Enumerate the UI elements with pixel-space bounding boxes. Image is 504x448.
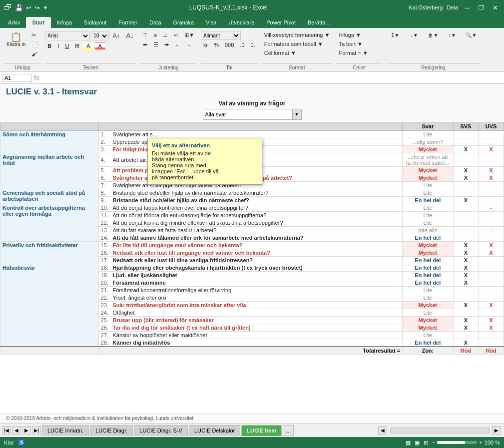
uvs-cell bbox=[479, 153, 504, 167]
paste-icon: 📋 bbox=[10, 32, 21, 41]
tab-formler[interactable]: Formler bbox=[112, 17, 143, 28]
sheet-tab-lucie-delskalor[interactable]: LUCIE Delskalor bbox=[189, 425, 240, 436]
decimal-increase-button[interactable]: .0 bbox=[237, 41, 247, 49]
view-normal-button[interactable]: ▦ bbox=[406, 440, 411, 446]
format-cells-button[interactable]: Format ~ ▼ bbox=[336, 49, 370, 57]
delete-cells-button[interactable]: Ta bort ▼ bbox=[336, 40, 365, 48]
clear-button[interactable]: 🗑▼ bbox=[424, 31, 442, 39]
svar-cell: Lite bbox=[403, 189, 453, 197]
tab-arkiv[interactable]: Arkiv bbox=[2, 17, 26, 28]
underline-button[interactable]: U bbox=[62, 42, 71, 50]
cell-reference-box[interactable] bbox=[2, 74, 32, 82]
currency-button[interactable]: kr bbox=[201, 41, 210, 49]
tab-visa[interactable]: Visa bbox=[200, 17, 222, 28]
question-text: Hjärtklappning eller obehagskänsla i hjä… bbox=[113, 265, 303, 271]
thousands-button[interactable]: 000 bbox=[222, 41, 236, 49]
sheet-nav-next[interactable]: ▶ bbox=[22, 426, 31, 435]
scroll-left-button[interactable]: ◀ bbox=[378, 426, 387, 435]
format-as-table-button[interactable]: Formatera som tabell ▼ bbox=[262, 40, 326, 48]
align-left-button[interactable]: ⬅ bbox=[140, 40, 150, 49]
sort-filter-button[interactable]: ↕▼ bbox=[443, 31, 461, 39]
align-right-button[interactable]: ➡ bbox=[162, 40, 171, 49]
tab-start[interactable]: Start bbox=[26, 17, 50, 28]
merge-button[interactable]: ⊞▼ bbox=[182, 31, 197, 39]
font-color-button[interactable]: A bbox=[95, 42, 105, 50]
sheet-tabs-bar: |◀ ◀ ▶ ▶| LUCIE Inmatn. LUCIE Diagr. LUC… bbox=[0, 423, 504, 437]
tab-beratta[interactable]: Berätta ... bbox=[302, 17, 338, 28]
copy-button[interactable]: 📄 bbox=[29, 40, 41, 49]
scroll-right-button[interactable]: ▶ bbox=[492, 426, 501, 435]
sum-button[interactable]: Σ▼ bbox=[386, 31, 404, 39]
view-pagebreak-button[interactable]: ⊞ bbox=[424, 440, 428, 446]
view-layout-button[interactable]: ▣ bbox=[415, 440, 420, 446]
sheet-nav-prev[interactable]: ◀ bbox=[12, 426, 21, 435]
cut-button[interactable]: ✂ bbox=[29, 31, 41, 39]
bold-button[interactable]: B bbox=[45, 42, 54, 50]
horizontal-scrollbar[interactable] bbox=[390, 428, 490, 434]
svs-cell: X bbox=[453, 242, 479, 249]
quick-access-redo[interactable]: ↪ bbox=[34, 4, 40, 11]
zoom-increase-button[interactable]: + bbox=[479, 440, 482, 446]
tab-data[interactable]: Data bbox=[143, 17, 167, 28]
tab-infoga[interactable]: Infoga bbox=[51, 17, 78, 28]
increase-font-button[interactable]: A↑ bbox=[110, 31, 122, 40]
border-button[interactable]: ⊞ bbox=[72, 41, 82, 50]
align-center-button[interactable]: ☰ bbox=[151, 40, 161, 49]
tab-utvecklare[interactable]: Utvecklare bbox=[222, 17, 260, 28]
sheet-nav-first[interactable]: |◀ bbox=[2, 426, 11, 435]
uvs-cell: - bbox=[479, 227, 504, 234]
paste-button[interactable]: 📋 Klistra in bbox=[4, 31, 28, 48]
col-svs: SVS bbox=[453, 122, 479, 131]
wrap-text-button[interactable]: ↵ bbox=[171, 31, 181, 39]
selection-dropdown[interactable]: Alla svar bbox=[203, 109, 293, 120]
svs-cell: X bbox=[453, 167, 479, 174]
decrease-font-button[interactable]: A↓ bbox=[124, 31, 136, 40]
sheet-more-button[interactable]: … bbox=[283, 425, 294, 436]
zoom-decrease-button[interactable]: − bbox=[432, 440, 435, 446]
svs-cell bbox=[453, 332, 479, 339]
align-bottom-button[interactable]: ⊥ bbox=[160, 31, 170, 39]
sheet-nav-last[interactable]: ▶| bbox=[32, 426, 41, 435]
total-label-cell: Totalresultat = bbox=[98, 347, 403, 355]
share-button[interactable]: Dela bbox=[447, 4, 458, 10]
format-painter-button[interactable]: 🖌 bbox=[29, 50, 41, 58]
sheet-tab-lucie-diagr[interactable]: LUCIE Diagr. bbox=[90, 425, 133, 436]
indent-decrease-button[interactable]: ← bbox=[172, 41, 183, 49]
question-cell: 1. Svårigheter att s... bbox=[98, 131, 403, 138]
tab-power-pivot[interactable]: Power Pivot bbox=[260, 17, 302, 28]
dropdown-arrow[interactable]: ▼ bbox=[293, 109, 302, 120]
minimize-button[interactable]: ─ bbox=[462, 2, 472, 12]
find-select-button[interactable]: 🔍▼ bbox=[462, 31, 480, 39]
conditional-formatting-button[interactable]: Villkorsstyrd formatering ▼ bbox=[262, 31, 333, 39]
font-selector[interactable]: Arial bbox=[45, 31, 90, 40]
fill-color-button[interactable]: A bbox=[83, 42, 93, 50]
close-button[interactable]: ✕ bbox=[490, 2, 500, 12]
svs-cell bbox=[453, 138, 479, 146]
sheet-tab-lucie-diagr-sv[interactable]: LUCIE Diagr. S-V bbox=[134, 425, 188, 436]
indent-increase-button[interactable]: → bbox=[184, 41, 194, 49]
quick-access-more[interactable]: ▼ bbox=[43, 5, 48, 10]
user-name: Kai Österberg bbox=[409, 4, 443, 10]
cell-styles-button[interactable]: Cellformat ▼ bbox=[262, 49, 299, 57]
percent-button[interactable]: % bbox=[211, 41, 221, 49]
restore-button[interactable]: ❐ bbox=[476, 2, 486, 12]
sheet-tab-lucie-item[interactable]: LUCIE Item bbox=[241, 425, 282, 436]
insert-cells-button[interactable]: Infoga ▼ bbox=[336, 31, 364, 39]
decimal-decrease-button[interactable]: 0. bbox=[248, 41, 258, 49]
font-size-selector[interactable]: 10 bbox=[91, 31, 109, 40]
table-row: Hälsobesvär18. Hjärtklappning eller obeh… bbox=[0, 264, 504, 272]
format-label: Format bbox=[262, 63, 333, 70]
italic-button[interactable]: I bbox=[55, 42, 61, 50]
fill-button[interactable]: ↓▼ bbox=[405, 31, 423, 39]
quick-access-undo[interactable]: ↩ bbox=[26, 4, 31, 11]
quick-access-save[interactable]: 💾 bbox=[15, 4, 23, 11]
formula-input[interactable] bbox=[41, 75, 502, 81]
align-top-button[interactable]: ⊤ bbox=[140, 31, 150, 39]
tab-granska[interactable]: Granska bbox=[167, 17, 200, 28]
align-middle-button[interactable]: ≡ bbox=[151, 31, 159, 39]
zoom-slider[interactable] bbox=[437, 441, 477, 444]
number-format-selector[interactable]: Allmänt bbox=[201, 31, 241, 40]
sheet-tab-lucie-inmatn[interactable]: LUCIE Inmatn. bbox=[42, 425, 89, 436]
tab-sidlayout[interactable]: Sidlayout bbox=[78, 17, 112, 28]
svs-cell bbox=[453, 287, 479, 294]
